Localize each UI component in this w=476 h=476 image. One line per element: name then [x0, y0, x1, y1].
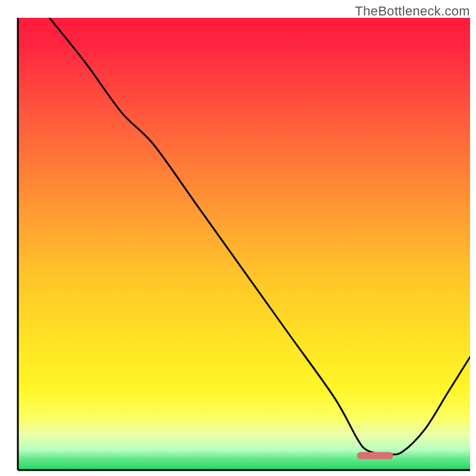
chart-stage: TheBottleneck.com — [0, 0, 476, 476]
gradient-background — [18, 18, 470, 470]
optimum-marker — [357, 452, 393, 459]
bottleneck-chart — [0, 0, 476, 476]
